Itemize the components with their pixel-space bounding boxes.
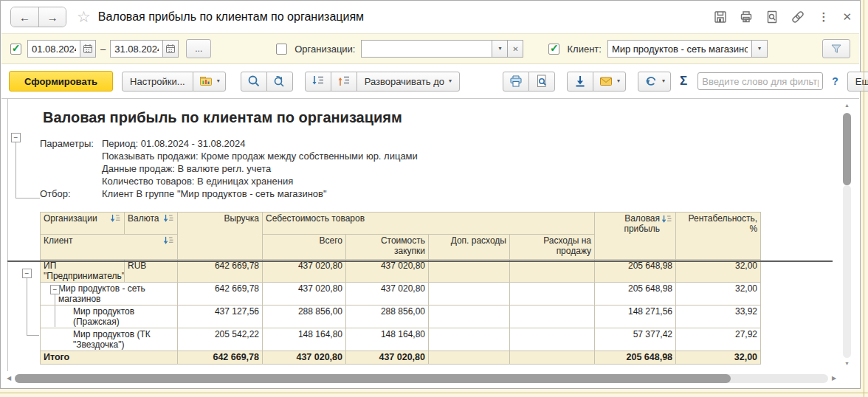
more-menu-button[interactable]: ⋮ (818, 10, 829, 24)
clear-icon[interactable]: ✕ (507, 40, 523, 58)
cell-sales-exp[interactable] (510, 260, 595, 283)
collapse-all-button[interactable] (331, 72, 357, 92)
scroll-right-arrow[interactable]: ▶ (830, 373, 838, 384)
organizations-input[interactable] (361, 40, 492, 58)
cell-profit[interactable]: 205 648,98 (595, 260, 676, 283)
col-header-organizations[interactable]: Организации (41, 213, 125, 235)
cell-currency[interactable]: RUB (125, 260, 178, 283)
col-header-gross-profit[interactable]: Валовая прибыль (595, 213, 676, 260)
cell-client-name[interactable]: Мир продуктов (ТК "Звездочка") (41, 328, 178, 351)
client-input[interactable] (607, 40, 752, 58)
vertical-scroll-track[interactable] (843, 185, 851, 358)
col-header-sales-expenses[interactable]: Расходы на продажу (510, 235, 595, 260)
cell-margin[interactable]: 27,92 (676, 328, 761, 351)
preview-button[interactable] (764, 9, 780, 25)
cell-margin[interactable]: 33,92 (676, 305, 761, 328)
col-header-currency[interactable]: Валюта (125, 213, 178, 235)
help-button[interactable]: ? (829, 75, 841, 87)
horizontal-scroll-thumb[interactable] (15, 374, 731, 383)
cell-org-name[interactable]: ИП "Предприниматель" (41, 260, 125, 283)
date-to-input[interactable] (110, 40, 163, 58)
col-header-purchase-cost[interactable]: Стоимость закупки (346, 235, 429, 260)
cell-sales-exp[interactable] (510, 328, 595, 351)
print-preview-button[interactable] (528, 72, 555, 92)
col-header-cost-total[interactable]: Всего (263, 235, 346, 260)
sort-icon[interactable] (110, 214, 121, 222)
scroll-left-arrow[interactable]: ◀ (4, 373, 13, 384)
find-next-button[interactable] (266, 72, 293, 92)
sort-icon[interactable] (661, 215, 672, 223)
cell-cost-total[interactable]: 437 020,80 (263, 260, 346, 283)
client-checkbox[interactable]: ✓ (548, 44, 559, 55)
group-collapse-toggle[interactable]: − (22, 269, 32, 278)
organizations-checkbox[interactable] (276, 44, 287, 55)
horizontal-scrollbar[interactable]: ◀ ▶ (4, 373, 838, 384)
cell-client-name[interactable]: Мир продуктов - сеть магазинов (41, 283, 178, 305)
cell-cost-total[interactable]: 437 020,80 (263, 351, 346, 365)
cell-cost-total[interactable]: 148 164,80 (263, 328, 346, 351)
expand-all-button[interactable] (305, 72, 331, 92)
cell-purchase[interactable]: 437 020,80 (346, 351, 429, 365)
col-header-profitability[interactable]: Рентабельность, % (676, 213, 761, 260)
cell-add-exp[interactable] (429, 283, 510, 305)
favorite-star-icon[interactable]: ☆ (77, 8, 91, 26)
dropdown-caret-icon[interactable]: ▾ (492, 40, 508, 58)
col-header-cost-group[interactable]: Себестоимость товаров (263, 213, 595, 235)
decrypt-button[interactable]: ▾ (638, 72, 671, 92)
cell-profit[interactable]: 57 377,42 (595, 328, 676, 351)
more-button[interactable]: Еще ▾ (847, 72, 868, 92)
expand-to-button[interactable]: Разворачивать до ▾ (356, 72, 460, 92)
cell-sales-exp[interactable] (510, 283, 595, 305)
cell-purchase[interactable]: 288 856,00 (346, 305, 429, 328)
cell-sales-exp[interactable] (510, 305, 595, 328)
cell-margin[interactable]: 32,00 (676, 283, 761, 305)
cell-revenue[interactable]: 205 542,22 (178, 328, 263, 351)
sort-icon[interactable] (163, 214, 174, 222)
sum-button[interactable]: Σ (677, 74, 690, 89)
col-header-revenue[interactable]: Выручка (178, 213, 263, 260)
settings-button[interactable]: Настройки... (122, 72, 193, 92)
calendar-icon[interactable] (80, 40, 96, 58)
cell-revenue[interactable]: 642 669,78 (178, 260, 263, 283)
cell-margin[interactable]: 32,00 (676, 351, 761, 365)
generate-button[interactable]: Сформировать (9, 71, 113, 92)
quick-filter-input[interactable] (698, 72, 823, 90)
send-email-button[interactable]: ▾ (593, 72, 626, 92)
cell-cost-total[interactable]: 288 856,00 (263, 305, 346, 328)
period-more-button[interactable]: ... (186, 39, 211, 58)
col-header-client[interactable]: Клиент (41, 235, 178, 260)
date-from-input[interactable] (27, 40, 80, 58)
cell-revenue[interactable]: 642 669,78 (178, 351, 263, 365)
find-button[interactable] (241, 72, 267, 92)
scroll-up-arrow[interactable]: ▲ (841, 101, 852, 110)
close-window-button[interactable]: ✕ (842, 10, 852, 24)
vertical-scroll-thumb[interactable] (843, 113, 851, 185)
get-link-button[interactable] (790, 9, 806, 25)
cell-cost-total[interactable]: 437 020,80 (263, 283, 346, 305)
back-button[interactable]: ← (11, 7, 38, 27)
filter-settings-button[interactable] (822, 39, 850, 58)
forward-button[interactable]: → (38, 7, 66, 27)
dropdown-caret-icon[interactable]: ▾ (751, 40, 768, 58)
cell-add-exp[interactable] (429, 260, 510, 283)
calendar-icon[interactable] (162, 40, 179, 58)
cell-margin[interactable]: 32,00 (676, 260, 761, 283)
cell-add-exp[interactable] (429, 328, 510, 351)
header-collapse-toggle[interactable]: − (11, 133, 21, 142)
scroll-down-arrow[interactable]: ▼ (841, 359, 852, 368)
cell-purchase[interactable]: 148 164,80 (346, 328, 429, 351)
print-button[interactable] (738, 9, 754, 25)
cell-purchase[interactable]: 437 020,80 (346, 283, 429, 305)
cell-add-exp[interactable] (429, 351, 510, 365)
save-button[interactable] (712, 9, 728, 25)
period-checkbox[interactable]: ✓ (10, 44, 21, 55)
cell-add-exp[interactable] (429, 305, 510, 328)
cell-revenue[interactable]: 642 669,78 (178, 283, 263, 305)
cell-profit[interactable]: 205 648,98 (595, 351, 676, 365)
cell-client-name[interactable]: Мир продуктов (Пражская) (41, 305, 178, 328)
horizontal-scroll-track[interactable] (15, 374, 828, 383)
subgroup-collapse-toggle[interactable]: − (50, 285, 60, 294)
cell-revenue[interactable]: 437 127,56 (178, 305, 263, 328)
cell-total-label[interactable]: Итого (41, 351, 178, 365)
sort-icon[interactable] (163, 236, 174, 244)
